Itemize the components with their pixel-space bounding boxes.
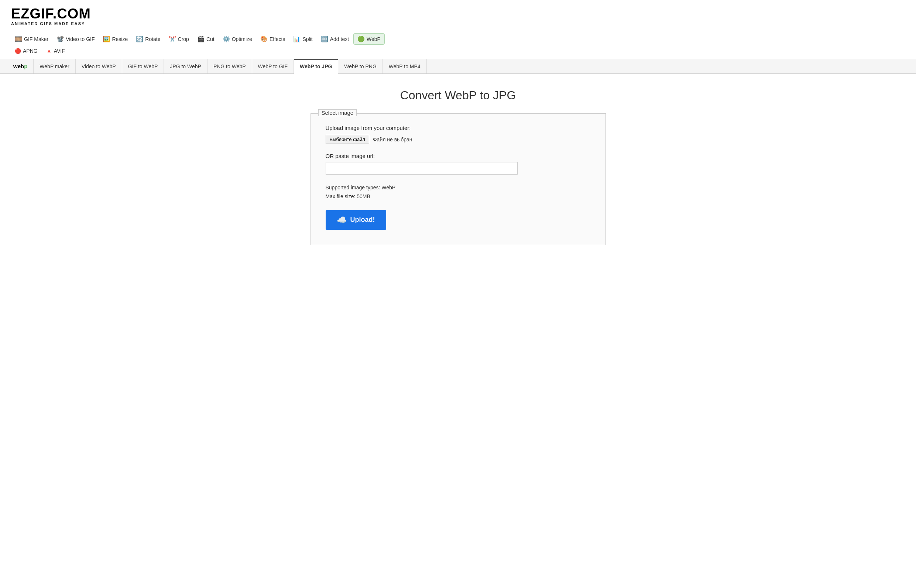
webp-logo: webp — [13, 63, 27, 69]
nav-split-label: Split — [302, 36, 312, 42]
upload-button[interactable]: ☁️ Upload! — [326, 210, 386, 230]
cut-icon: 🎬 — [197, 36, 205, 42]
nav-gif-maker-label: GIF Maker — [24, 36, 48, 42]
tab-webp-to-gif[interactable]: WebP to GIF — [252, 59, 294, 73]
nav-crop-label: Crop — [178, 36, 189, 42]
effects-icon: 🎨 — [260, 36, 268, 42]
avif-icon: 🔺 — [46, 48, 52, 54]
nav-rotate[interactable]: 🔄 Rotate — [132, 34, 164, 44]
logo-subtitle: ANIMATED GIFS MADE EASY — [11, 21, 905, 26]
top-nav: 🎞️ GIF Maker 📽️ Video to GIF 🖼️ Resize 🔄… — [0, 29, 916, 45]
second-nav: 🔴 APNG 🔺 AVIF — [0, 45, 916, 56]
nav-rotate-label: Rotate — [145, 36, 160, 42]
nav-add-text-label: Add text — [330, 36, 349, 42]
tab-webp-to-png-label: WebP to PNG — [344, 63, 376, 69]
nav-resize[interactable]: 🖼️ Resize — [99, 34, 131, 44]
tab-video-to-webp[interactable]: Video to WebP — [76, 59, 122, 73]
nav-webp-label: WebP — [367, 36, 381, 42]
video-to-gif-icon: 📽️ — [57, 36, 64, 42]
nav-effects[interactable]: 🎨 Effects — [257, 34, 289, 44]
nav-resize-label: Resize — [112, 36, 128, 42]
main-content: Convert WebP to JPG Select image Upload … — [292, 74, 624, 260]
tab-gif-to-webp[interactable]: GIF to WebP — [122, 59, 164, 73]
nav-avif-label: AVIF — [54, 48, 65, 54]
nav-cut-label: Cut — [207, 36, 215, 42]
add-text-icon: 🔤 — [321, 36, 328, 42]
crop-icon: ✂️ — [169, 36, 176, 42]
tab-webp-logo[interactable]: webp — [7, 59, 34, 73]
tab-webp-to-gif-label: WebP to GIF — [258, 63, 288, 69]
nav-apng[interactable]: 🔴 APNG — [11, 46, 41, 56]
tab-gif-to-webp-label: GIF to WebP — [128, 63, 158, 69]
no-file-selected-text: Файл не выбран — [373, 137, 412, 142]
tab-webp-to-mp4[interactable]: WebP to MP4 — [383, 59, 427, 73]
upload-box-legend: Select image — [318, 109, 357, 116]
logo-area: EZGIF.COM ANIMATED GIFS MADE EASY — [0, 0, 916, 29]
supported-info: Supported image types: WebP Max file siz… — [326, 183, 591, 201]
nav-apng-label: APNG — [23, 48, 38, 54]
tab-webp-maker-label: WebP maker — [39, 63, 69, 69]
url-input[interactable] — [326, 162, 518, 174]
tab-webp-to-png[interactable]: WebP to PNG — [338, 59, 383, 73]
resize-icon: 🖼️ — [103, 36, 110, 42]
nav-split[interactable]: 📊 Split — [289, 34, 316, 44]
upload-box: Select image Upload image from your comp… — [310, 113, 606, 245]
choose-file-button[interactable]: Выберите файл — [326, 135, 369, 144]
nav-video-to-gif-label: Video to GIF — [66, 36, 95, 42]
upload-cloud-icon: ☁️ — [337, 215, 347, 225]
nav-add-text[interactable]: 🔤 Add text — [317, 34, 352, 44]
upload-button-label: Upload! — [351, 216, 375, 224]
site-logo[interactable]: EZGIF.COM — [11, 6, 905, 21]
split-icon: 📊 — [293, 36, 300, 42]
tab-jpg-to-webp-label: JPG to WebP — [170, 63, 201, 69]
tab-webp-to-jpg-label: WebP to JPG — [300, 63, 332, 69]
webp-icon: 🟢 — [357, 36, 365, 42]
page-title: Convert WebP to JPG — [303, 89, 613, 102]
tab-webp-to-jpg[interactable]: WebP to JPG — [294, 59, 338, 74]
tab-jpg-to-webp[interactable]: JPG to WebP — [164, 59, 207, 73]
tab-webp-maker[interactable]: WebP maker — [34, 59, 75, 73]
apng-icon: 🔴 — [15, 48, 21, 54]
tab-png-to-webp[interactable]: PNG to WebP — [207, 59, 252, 73]
nav-gif-maker[interactable]: 🎞️ GIF Maker — [11, 34, 52, 44]
upload-from-computer-label: Upload image from your computer: — [326, 125, 591, 131]
tab-png-to-webp-label: PNG to WebP — [213, 63, 246, 69]
sub-tabs: webp WebP maker Video to WebP GIF to Web… — [0, 59, 916, 73]
nav-crop[interactable]: ✂️ Crop — [165, 34, 193, 44]
optimize-icon: ⚙️ — [223, 36, 230, 42]
sub-tabs-container: webp WebP maker Video to WebP GIF to Web… — [0, 59, 916, 74]
nav-cut[interactable]: 🎬 Cut — [194, 34, 218, 44]
nav-effects-label: Effects — [270, 36, 285, 42]
file-input-row: Выберите файл Файл не выбран — [326, 135, 591, 144]
tab-webp-to-mp4-label: WebP to MP4 — [389, 63, 420, 69]
nav-avif[interactable]: 🔺 AVIF — [42, 46, 69, 56]
or-url-label: OR paste image url: — [326, 153, 591, 159]
tab-video-to-webp-label: Video to WebP — [82, 63, 116, 69]
nav-optimize[interactable]: ⚙️ Optimize — [219, 34, 256, 44]
supported-types-text: Supported image types: WebP — [326, 183, 591, 192]
nav-optimize-label: Optimize — [232, 36, 252, 42]
max-size-text: Max file size: 50MB — [326, 192, 591, 201]
nav-video-to-gif[interactable]: 📽️ Video to GIF — [53, 34, 98, 44]
rotate-icon: 🔄 — [136, 36, 143, 42]
nav-webp[interactable]: 🟢 WebP — [353, 33, 385, 45]
gif-maker-icon: 🎞️ — [15, 36, 22, 42]
logo-text: EZGIF.COM — [11, 6, 91, 21]
